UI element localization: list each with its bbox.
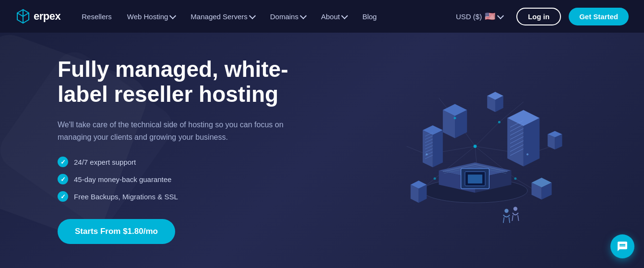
- svg-line-43: [509, 217, 510, 223]
- svg-point-44: [513, 207, 517, 211]
- hero-section: Fully managed, white-label reseller host…: [0, 33, 644, 268]
- feature-label: 45-day money-back guarantee: [74, 175, 171, 183]
- svg-line-45: [512, 215, 513, 221]
- chevron-down-icon: [300, 12, 307, 19]
- chevron-down-icon: [341, 12, 348, 19]
- chevron-down-icon: [169, 12, 176, 19]
- nav-domains[interactable]: Domains: [264, 9, 311, 24]
- main-nav: erpex Resellers Web Hosting Managed Serv…: [0, 0, 644, 33]
- hero-illustration: cluster-node-01 data-center: [354, 59, 596, 242]
- logo-wordmark: erpex: [34, 10, 60, 23]
- hero-title: Fully managed, white-label reseller host…: [58, 57, 307, 108]
- svg-line-46: [518, 215, 519, 221]
- nav-managed-servers[interactable]: Managed Servers: [185, 9, 260, 24]
- svg-point-39: [526, 153, 528, 155]
- svg-line-42: [503, 217, 504, 223]
- svg-point-36: [498, 121, 500, 123]
- feature-label: Free Backups, Migrations & SSL: [74, 193, 178, 201]
- svg-point-37: [433, 177, 436, 180]
- logo[interactable]: erpex: [15, 9, 60, 24]
- svg-point-34: [473, 145, 477, 148]
- nav-blog[interactable]: Blog: [357, 9, 382, 24]
- feature-item: Free Backups, Migrations & SSL: [58, 191, 354, 202]
- currency-label: USD ($): [456, 12, 482, 21]
- chat-button[interactable]: [610, 234, 634, 258]
- feature-label: 24/7 expert support: [74, 158, 136, 166]
- svg-point-35: [453, 117, 456, 119]
- svg-point-38: [514, 177, 516, 180]
- svg-line-3: [475, 122, 499, 146]
- cta-button[interactable]: Starts From $1.80/mo: [58, 219, 175, 244]
- feature-item: 45-day money-back guarantee: [58, 174, 354, 184]
- check-icon: [58, 191, 68, 202]
- chevron-down-icon: [249, 12, 256, 19]
- server-illustration: cluster-node-01 data-center: [374, 59, 576, 242]
- get-started-button[interactable]: Get Started: [569, 8, 629, 25]
- svg-rect-17: [467, 174, 482, 183]
- feature-list: 24/7 expert support 45-day money-back gu…: [58, 157, 354, 202]
- svg-point-41: [504, 209, 508, 213]
- check-icon: [58, 174, 68, 184]
- nav-about[interactable]: About: [315, 9, 353, 24]
- currency-selector[interactable]: USD ($) 🇺🇸: [450, 7, 509, 25]
- nav-web-hosting[interactable]: Web Hosting: [121, 9, 181, 24]
- svg-point-40: [426, 153, 428, 155]
- chevron-down-icon: [497, 12, 504, 19]
- hero-content: Fully managed, white-label reseller host…: [58, 57, 354, 244]
- flag-icon: 🇺🇸: [485, 11, 495, 22]
- login-button[interactable]: Log in: [516, 8, 561, 25]
- feature-item: 24/7 expert support: [58, 157, 354, 167]
- check-icon: [58, 157, 68, 167]
- hero-subtitle: We'll take care of the technical side of…: [58, 119, 293, 143]
- nav-resellers[interactable]: Resellers: [76, 9, 118, 24]
- chat-icon: [617, 241, 628, 252]
